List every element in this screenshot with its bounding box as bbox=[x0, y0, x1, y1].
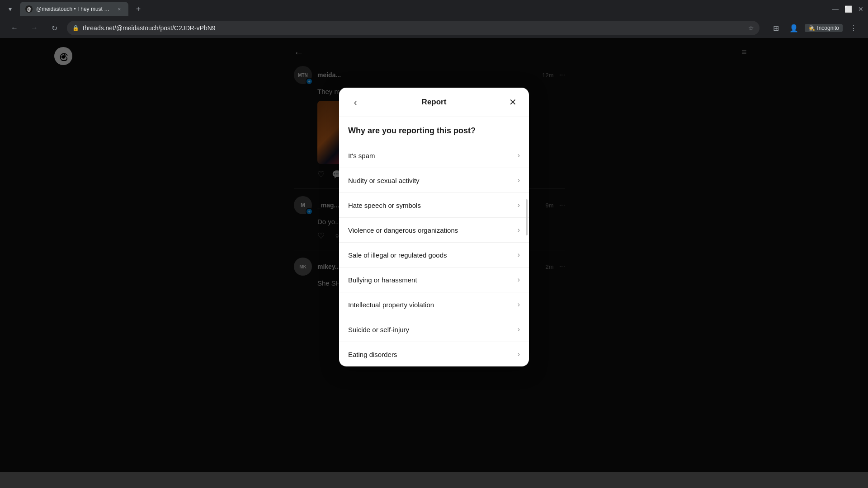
modal-title: Report bbox=[422, 98, 447, 107]
ip-chevron-icon: › bbox=[518, 300, 520, 309]
report-option-nudity-label: Nudity or sexual activity bbox=[348, 177, 420, 184]
tab-list-dropdown[interactable]: ▾ bbox=[4, 3, 16, 15]
bookmark-icon[interactable]: ☆ bbox=[748, 24, 754, 32]
incognito-label: Incognito bbox=[817, 25, 839, 31]
favicon-text: @ bbox=[27, 7, 31, 12]
eating-chevron-icon: › bbox=[518, 350, 520, 358]
violence-chevron-icon: › bbox=[518, 226, 520, 234]
nudity-chevron-icon: › bbox=[518, 176, 520, 184]
back-button[interactable]: ← bbox=[7, 21, 22, 35]
report-option-ip[interactable]: Intellectual property violation › bbox=[339, 292, 529, 317]
url-text: threads.net/@meidastouch/post/C2JDR-vPbN… bbox=[83, 24, 216, 32]
report-option-spam-label: It's spam bbox=[348, 152, 375, 160]
active-tab[interactable]: @ @meidastouch • They must be... × bbox=[20, 2, 128, 16]
report-option-ip-label: Intellectual property violation bbox=[348, 301, 434, 309]
title-bar: ▾ @ @meidastouch • They must be... × + —… bbox=[0, 0, 868, 18]
tab-close-button[interactable]: × bbox=[116, 5, 123, 13]
incognito-badge: 🕵 Incognito bbox=[805, 24, 843, 32]
report-option-suicide-label: Suicide or self-injury bbox=[348, 326, 409, 333]
report-option-hate[interactable]: Hate speech or symbols › bbox=[339, 192, 529, 217]
menu-button[interactable]: ⋮ bbox=[846, 21, 861, 35]
window-controls: — ⬜ ✕ bbox=[832, 5, 864, 13]
modal-overlay[interactable]: ‹ Report ✕ Why are you reporting this po… bbox=[0, 38, 868, 472]
modal-question: Why are you reporting this post? bbox=[339, 117, 529, 143]
close-window-button[interactable]: ✕ bbox=[857, 5, 864, 13]
modal-back-button[interactable]: ‹ bbox=[348, 95, 363, 109]
hate-chevron-icon: › bbox=[518, 201, 520, 209]
forward-button[interactable]: → bbox=[27, 21, 42, 35]
report-option-eating[interactable]: Eating disorders › bbox=[339, 342, 529, 366]
report-option-spam[interactable]: It's spam › bbox=[339, 143, 529, 168]
report-option-hate-label: Hate speech or symbols bbox=[348, 202, 421, 209]
new-tab-button[interactable]: + bbox=[132, 3, 145, 15]
refresh-button[interactable]: ↻ bbox=[47, 21, 61, 35]
report-option-violence-label: Violence or dangerous organizations bbox=[348, 226, 458, 234]
browser-toolbar: ⊞ 👤 🕵 Incognito ⋮ bbox=[769, 21, 861, 35]
maximize-button[interactable]: ⬜ bbox=[844, 5, 852, 13]
report-option-bullying-label: Bullying or harassment bbox=[348, 276, 417, 284]
report-option-eating-label: Eating disorders bbox=[348, 351, 397, 358]
tab-favicon: @ bbox=[25, 5, 33, 13]
modal-scrollbar[interactable] bbox=[526, 199, 528, 235]
report-option-sale-label: Sale of illegal or regulated goods bbox=[348, 251, 447, 259]
extensions-button[interactable]: ⊞ bbox=[769, 21, 783, 35]
spam-chevron-icon: › bbox=[518, 151, 520, 160]
lock-icon: 🔒 bbox=[72, 25, 79, 31]
modal-close-button[interactable]: ✕ bbox=[505, 95, 520, 109]
modal-header: ‹ Report ✕ bbox=[339, 88, 529, 117]
tab-title: @meidastouch • They must be... bbox=[36, 6, 112, 12]
sale-chevron-icon: › bbox=[518, 251, 520, 259]
report-option-nudity[interactable]: Nudity or sexual activity › bbox=[339, 168, 529, 192]
page-content: ← MTN + meida... 12m ··· They must be... bbox=[0, 38, 868, 472]
suicide-chevron-icon: › bbox=[518, 325, 520, 333]
report-option-suicide[interactable]: Suicide or self-injury › bbox=[339, 317, 529, 342]
report-option-sale[interactable]: Sale of illegal or regulated goods › bbox=[339, 242, 529, 267]
browser-chrome: ▾ @ @meidastouch • They must be... × + —… bbox=[0, 0, 868, 38]
bullying-chevron-icon: › bbox=[518, 276, 520, 284]
report-modal: ‹ Report ✕ Why are you reporting this po… bbox=[339, 88, 529, 366]
minimize-button[interactable]: — bbox=[832, 5, 839, 13]
url-bar-right: ☆ bbox=[748, 24, 754, 32]
report-option-bullying[interactable]: Bullying or harassment › bbox=[339, 267, 529, 292]
url-bar[interactable]: 🔒 threads.net/@meidastouch/post/C2JDR-vP… bbox=[67, 21, 760, 35]
report-options-list: It's spam › Nudity or sexual activity › … bbox=[339, 143, 529, 366]
address-bar: ← → ↻ 🔒 threads.net/@meidastouch/post/C2… bbox=[0, 18, 868, 38]
report-option-violence[interactable]: Violence or dangerous organizations › bbox=[339, 217, 529, 242]
profile-button[interactable]: 👤 bbox=[787, 21, 801, 35]
